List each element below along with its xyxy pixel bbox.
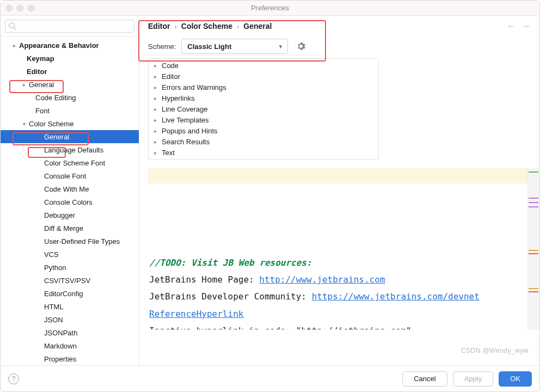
category-item[interactable]: ▸Line Coverage	[149, 103, 378, 114]
tree-item-label: Console Colors	[43, 198, 93, 206]
tree-item-label: Code Editing	[34, 94, 76, 102]
category-label: Search Results	[162, 138, 210, 146]
spacer	[35, 355, 43, 363]
tree-item[interactable]: Code Editing	[1, 91, 139, 104]
ok-button[interactable]: OK	[499, 371, 532, 387]
code-link[interactable]: ReferenceHyperlink	[149, 309, 243, 319]
scheme-label: Scheme:	[148, 42, 176, 51]
tree-item-label: Code With Me	[43, 185, 89, 193]
breadcrumb-editor[interactable]: Editor	[148, 22, 170, 30]
tree-item[interactable]: Keymap	[1, 52, 139, 65]
gear-icon	[297, 42, 305, 51]
tree-item-label: General	[28, 81, 54, 89]
settings-tree[interactable]: ▸Appearance & BehaviorKeymapEditor▸Gener…	[1, 36, 139, 365]
scheme-value: Classic Light	[187, 42, 231, 51]
category-item[interactable]: ▸Errors and Warnings	[149, 82, 378, 93]
code-text: "	[406, 326, 412, 329]
tree-item-label: Font	[34, 107, 50, 115]
code-text: Inactive hyperlink in code: "	[149, 326, 301, 329]
tree-item[interactable]: Language Defaults	[1, 143, 139, 156]
tree-item-label: Console Font	[43, 172, 86, 180]
tree-item-label: Color Scheme Font	[43, 159, 105, 167]
tree-item[interactable]: Markdown	[1, 339, 139, 352]
code-text: JetBrains Home Page:	[149, 274, 259, 285]
tree-item-label: Keymap	[26, 54, 54, 63]
tree-item[interactable]: EditorConfig	[1, 287, 139, 300]
category-label: Popups and Hints	[162, 127, 218, 135]
category-item[interactable]: ▸Hyperlinks	[149, 93, 378, 103]
category-item[interactable]: ▸Editor	[149, 71, 378, 82]
chevron-down-icon: ▾	[20, 120, 28, 127]
code-text: JetBrains Developer Community:	[149, 291, 312, 302]
category-item[interactable]: ▸Live Templates	[149, 114, 378, 125]
tree-item[interactable]: Editor	[1, 65, 139, 78]
category-label: Live Templates	[162, 116, 208, 124]
window-title: Preferences	[1, 4, 539, 12]
category-label: Code	[162, 62, 179, 70]
category-item[interactable]: ▸Code	[149, 60, 378, 71]
breadcrumb-general: General	[243, 22, 272, 30]
spacer	[35, 198, 43, 206]
chevron-right-icon: ▸	[154, 95, 159, 101]
tree-item[interactable]: Properties	[1, 352, 139, 365]
spacer	[18, 68, 26, 75]
code-inactive-link: http://jetbrains.com	[301, 326, 406, 329]
scheme-gear-button[interactable]	[293, 39, 309, 54]
tree-item[interactable]: General	[1, 130, 139, 143]
svg-point-0	[9, 23, 14, 28]
tree-item[interactable]: JSON	[1, 313, 139, 326]
tree-item[interactable]: Code With Me	[1, 182, 139, 195]
tree-item[interactable]: ▸General	[1, 78, 139, 91]
tree-item-label: Diff & Merge	[43, 224, 83, 232]
tree-item[interactable]: User-Defined File Types	[1, 235, 139, 248]
spacer	[35, 290, 43, 297]
tree-item-label: Debugger	[43, 211, 75, 219]
tree-item[interactable]: Font	[1, 104, 139, 117]
main-panel: Editor › Color Scheme › General ← → Sche…	[139, 16, 539, 365]
tree-item-label: Markdown	[43, 342, 77, 350]
tree-item-label: CSV/TSV/PSV	[43, 277, 90, 285]
tree-item-label: Properties	[43, 355, 76, 363]
tree-item[interactable]: CSV/TSV/PSV	[1, 274, 139, 287]
tree-item-label: Color Scheme	[28, 120, 73, 128]
tree-item-label: Python	[43, 264, 66, 272]
tree-item[interactable]: Python	[1, 261, 139, 274]
category-item[interactable]: ▸Search Results	[149, 136, 378, 147]
tree-item[interactable]: Console Colors	[1, 195, 139, 209]
category-label: Text	[162, 149, 175, 157]
tree-item-label: EditorConfig	[43, 290, 83, 298]
spacer	[35, 185, 43, 193]
cancel-button[interactable]: Cancel	[402, 371, 447, 387]
forward-icon[interactable]: →	[522, 21, 531, 31]
category-item[interactable]: ▸Popups and Hints	[149, 125, 378, 136]
watermark: CSDN @Wendy_wyw	[461, 347, 529, 354]
tree-item[interactable]: Debugger	[1, 209, 139, 222]
spacer	[35, 303, 43, 310]
tree-item[interactable]: HTML	[1, 300, 139, 313]
breadcrumb-color-scheme[interactable]: Color Scheme	[181, 22, 232, 30]
tree-item[interactable]: JSONPath	[1, 326, 139, 339]
code-link[interactable]: https://www.jetbrains.com/devnet	[312, 291, 480, 302]
back-icon[interactable]: ←	[507, 21, 516, 31]
scheme-select[interactable]: Classic Light ▼	[181, 39, 288, 54]
chevron-right-icon: ▸	[154, 117, 159, 123]
category-panel[interactable]: ▸Code▸Editor▸Errors and Warnings▸Hyperli…	[148, 58, 379, 160]
code-link[interactable]: http://www.jetbrains.com	[259, 274, 385, 285]
tree-item[interactable]: Diff & Merge	[1, 222, 139, 235]
search-input[interactable]	[5, 20, 134, 33]
tree-item[interactable]: Color Scheme Font	[1, 156, 139, 169]
tree-item[interactable]: ▾Color Scheme	[1, 117, 139, 130]
spacer	[35, 237, 43, 245]
spacer	[35, 146, 43, 154]
category-item[interactable]: ▸Text	[149, 147, 378, 158]
tree-item[interactable]: VCS	[1, 248, 139, 261]
apply-button[interactable]: Apply	[453, 371, 494, 387]
tree-item-label: Appearance & Behavior	[18, 41, 99, 50]
search-icon	[8, 22, 16, 30]
tree-item-label: Language Defaults	[43, 146, 103, 154]
spacer	[27, 94, 34, 101]
tree-item[interactable]: Console Font	[1, 169, 139, 182]
preview-panel: //TODO: Visit JB Web resources: JetBrain…	[144, 166, 539, 329]
help-button[interactable]: ?	[8, 373, 19, 384]
tree-item[interactable]: ▸Appearance & Behavior	[1, 39, 139, 52]
